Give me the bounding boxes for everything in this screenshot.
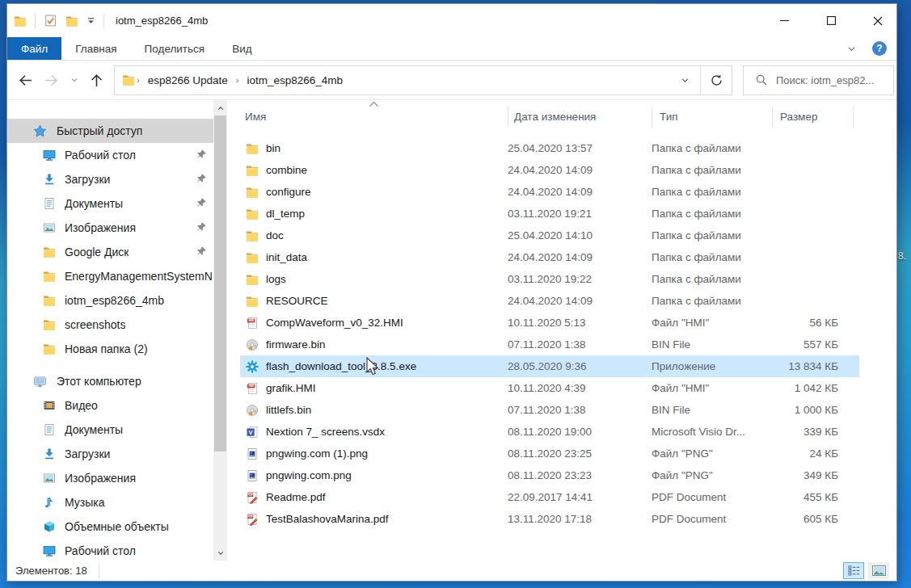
file-row[interactable]: flash_download_tool_3.8.5.exe28.05.2020 … (240, 355, 859, 377)
column-header-date[interactable]: Дата изменения (514, 111, 596, 123)
refresh-button[interactable] (701, 66, 732, 94)
forward-button[interactable] (44, 74, 59, 87)
file-row[interactable]: HMIgrafik.HMI10.11.2020 4:39Файл "HMI"1 … (240, 377, 859, 399)
sidebar-item-quick-access[interactable]: Быстрый доступ (7, 119, 213, 143)
sidebar-item-label: Музыка (65, 496, 105, 509)
file-row[interactable]: HMICompWaveform_v0_32.HMI10.11.2020 5:13… (240, 312, 859, 334)
scrollbar-up-arrow[interactable] (213, 101, 227, 115)
pin-icon (196, 149, 207, 160)
file-name-cell: HMICompWaveform_v0_32.HMI (242, 317, 508, 330)
file-type-cell: Папка с файлами (652, 164, 772, 176)
file-row[interactable]: logs03.11.2020 19:22Папка с файлами (240, 268, 859, 290)
file-row[interactable]: littlefs.bin07.11.2020 1:38BIN File1 000… (240, 399, 859, 421)
file-row[interactable]: doc25.04.2020 14:10Папка с файлами (240, 225, 859, 246)
thumbnail-view-button[interactable] (868, 562, 889, 579)
file-row[interactable]: VNextion 7_ screens.vsdx08.11.2020 19:00… (240, 421, 859, 443)
sidebar-item-label: Новая папка (2) (65, 342, 148, 355)
close-button[interactable] (859, 4, 896, 37)
details-view-button[interactable] (843, 562, 864, 579)
qat-dropdown-chevron-icon[interactable] (86, 16, 95, 25)
sidebar-item-new-folder-2[interactable]: Новая папка (2) (7, 337, 213, 361)
sidebar-item-downloads2[interactable]: Загрузки (7, 442, 213, 466)
breadcrumb-segment[interactable]: esp8266 Update (143, 74, 233, 86)
checkmark-doc-icon[interactable] (44, 14, 57, 27)
file-row[interactable]: dl_temp03.11.2020 19:21Папка с файлами (240, 203, 859, 225)
file-date-cell: 03.11.2020 19:21 (508, 208, 652, 220)
music-icon (43, 496, 56, 509)
ribbon-tab-view[interactable]: Вид (218, 37, 265, 60)
column-separator[interactable] (772, 107, 773, 128)
file-size-cell: 557 КБ (772, 338, 846, 351)
items-count: Элементов: 18 (7, 565, 87, 577)
column-separator[interactable] (652, 107, 652, 128)
sidebar-item-label: Рабочий стол (65, 149, 136, 162)
pdf-icon: PDF (246, 491, 259, 504)
sidebar-item-documents2[interactable]: Документы (7, 418, 213, 442)
sidebar-item-objects3d[interactable]: Объемные объекты (7, 514, 213, 539)
file-row[interactable]: firmware.bin07.11.2020 1:38BIN File557 К… (240, 334, 859, 355)
folder-icon[interactable] (65, 15, 78, 27)
file-row[interactable]: PDFReadme.pdf22.09.2017 14:41PDF Documen… (240, 486, 859, 508)
ribbon-tab-home[interactable]: Главная (61, 37, 130, 60)
file-row[interactable]: RESOURCE24.04.2020 14:09Папка с файлами (240, 290, 859, 312)
sidebar-item-energy-folder[interactable]: EnergyManagementSystemN (7, 264, 213, 288)
sidebar-item-screenshots-folder[interactable]: screenshots (7, 313, 213, 337)
ribbon-tab-file[interactable]: Файл (7, 37, 61, 60)
sidebar-item-desktop2[interactable]: Рабочий стол (7, 539, 213, 561)
file-date-cell: 13.11.2020 17:18 (508, 513, 652, 525)
back-button[interactable] (18, 74, 33, 87)
sidebar-item-this-pc[interactable]: Этот компьютер (7, 369, 213, 393)
scrollbar-thumb[interactable] (214, 116, 226, 452)
column-header-type[interactable]: Тип (660, 111, 678, 123)
sidebar-item-documents[interactable]: Документы (7, 191, 213, 216)
file-row[interactable]: configure24.04.2020 14:09Папка с файлами (240, 181, 859, 203)
ribbon-tab-share[interactable]: Поделиться (131, 37, 219, 60)
file-type-cell: PDF Document (652, 513, 772, 525)
file-date-cell: 24.04.2020 14:09 (508, 164, 652, 176)
file-row[interactable]: bin25.04.2020 13:57Папка с файлами (240, 137, 859, 159)
ribbon-collapse-chevron-icon[interactable] (846, 43, 858, 55)
file-row[interactable]: combine24.04.2020 14:09Папка с файлами (240, 159, 859, 181)
column-header-name[interactable]: Имя (245, 111, 266, 123)
maximize-button[interactable] (812, 4, 850, 37)
file-row[interactable]: pngwing.com.png08.11.2020 23:23Файл "PNG… (240, 464, 859, 486)
file-row[interactable]: pngwing.com (1).png08.11.2020 23:25Файл … (240, 443, 859, 464)
up-button[interactable] (90, 73, 103, 88)
column-header-size[interactable]: Размер (780, 111, 817, 123)
sidebar-item-google-drive[interactable]: Google Диск (7, 240, 213, 264)
help-icon[interactable]: ? (872, 41, 887, 56)
sidebar-item-downloads[interactable]: Загрузки (7, 167, 213, 191)
sidebar-item-label: Google Диск (65, 246, 129, 258)
sidebar-item-pictures[interactable]: Изображения (7, 216, 213, 240)
search-icon (755, 74, 768, 86)
sidebar-item-music[interactable]: Музыка (7, 490, 213, 514)
file-row[interactable]: PDFTestBalashovaMarina.pdf13.11.2020 17:… (240, 508, 859, 530)
minimize-button[interactable] (765, 4, 803, 37)
file-name: Readme.pdf (266, 491, 326, 503)
file-name-cell: HMIgrafik.HMI (242, 382, 508, 395)
file-type-cell: Папка с файлами (652, 251, 772, 263)
sidebar-item-iotm-folder[interactable]: iotm_esp8266_4mb (7, 288, 213, 313)
refresh-icon (710, 74, 723, 87)
computer-icon (33, 375, 47, 388)
titlebar: iotm_esp8266_4mb (7, 4, 896, 37)
address-dropdown-chevron-icon[interactable] (669, 66, 700, 94)
file-name: dl_temp (266, 208, 305, 220)
file-row[interactable]: init_data24.04.2020 14:09Папка с файлами (240, 246, 859, 268)
sidebar-scrollbar[interactable] (213, 100, 227, 561)
file-type-cell: Приложение (652, 360, 772, 372)
search-input[interactable]: Поиск: iotm_esp82... (743, 65, 894, 95)
folder-icon (246, 142, 259, 155)
sidebar-item-pictures2[interactable]: Изображения (7, 466, 213, 490)
breadcrumb-segment[interactable]: iotm_esp8266_4mb (242, 74, 348, 86)
window-title: iotm_esp8266_4mb (116, 15, 208, 27)
scrollbar-down-arrow[interactable] (213, 546, 227, 560)
recent-locations-chevron-icon[interactable] (70, 75, 79, 85)
sidebar-item-desktop[interactable]: Рабочий стол (7, 143, 213, 167)
column-separator[interactable] (853, 107, 854, 128)
sidebar-item-videos[interactable]: Видео (7, 393, 213, 418)
column-separator[interactable] (508, 107, 508, 128)
file-date-cell: 22.09.2017 14:41 (508, 491, 652, 503)
hmi-file-icon: HMI (246, 317, 259, 330)
address-bar[interactable]: ›esp8266 Update›iotm_esp8266_4mb (114, 65, 732, 95)
